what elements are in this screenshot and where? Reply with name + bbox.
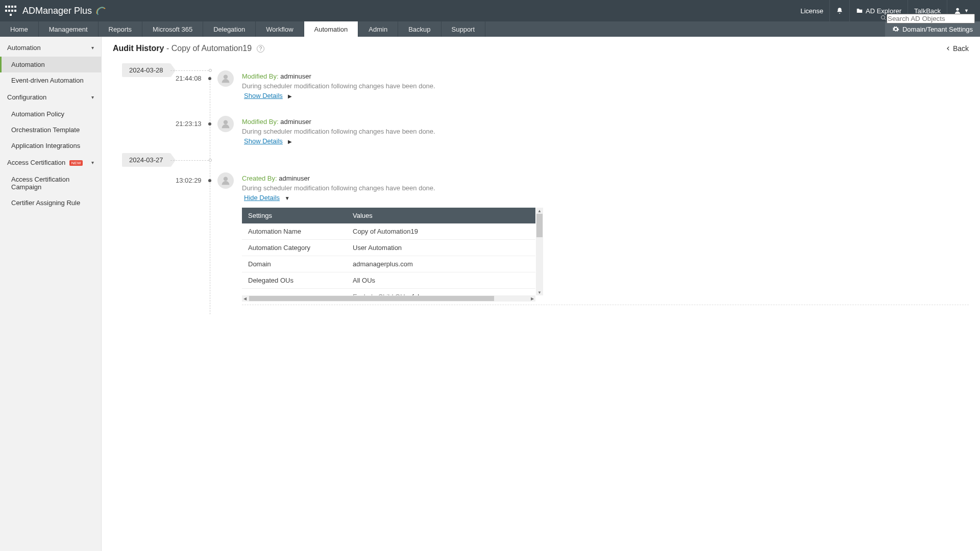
sidebar-item-application-integrations[interactable]: Application Integrations: [0, 138, 101, 154]
table-header-values: Values: [347, 208, 535, 223]
avatar-icon: [217, 70, 234, 87]
sidebar-item-event-driven[interactable]: Event-driven Automation: [0, 72, 101, 88]
content-area: Audit History - Copy of Automation19 ? B…: [102, 37, 980, 551]
scroll-up-arrow[interactable]: ▲: [536, 208, 543, 214]
logo-arc-icon: [95, 5, 107, 17]
table-row: Automation CategoryUser Automation: [242, 240, 535, 256]
chevron-down-icon: ▾: [91, 160, 94, 165]
table-header-settings: Settings: [242, 208, 347, 223]
sidebar-item-access-cert-campaign[interactable]: Access Certification Campaign: [0, 171, 101, 195]
tab-management[interactable]: Management: [39, 21, 99, 37]
sidebar-section-access-certification[interactable]: Access Certification NEW ▾: [0, 154, 101, 171]
audit-entry: 13:02:29 Created By: adminuser During sc…: [212, 165, 969, 314]
notifications-button[interactable]: [829, 0, 849, 21]
date-marker: 2024-03-28: [122, 63, 170, 77]
table-row: Domainadmanagerplus.com: [242, 256, 535, 272]
vertical-scrollbar[interactable]: ▲ ▼: [536, 208, 543, 295]
license-link[interactable]: License: [794, 0, 829, 21]
svg-point-5: [224, 177, 228, 181]
triangle-right-icon: ▶: [288, 139, 292, 144]
show-details-link[interactable]: Show Details: [244, 137, 283, 145]
sidebar-section-configuration[interactable]: Configuration ▾: [0, 88, 101, 106]
entry-time: 21:44:08: [176, 74, 202, 82]
table-row: Automation NameCopy of Automation19: [242, 223, 535, 240]
apps-grid-icon[interactable]: [5, 5, 16, 16]
chevron-left-icon: [946, 46, 951, 51]
sidebar-item-certifier-assigning-rule[interactable]: Certifier Assigning Rule: [0, 195, 101, 211]
audit-timeline: 2024-03-28 21:44:08 Modified By: adminus…: [113, 63, 969, 314]
sidebar-item-automation[interactable]: Automation: [0, 57, 101, 72]
chevron-down-icon: ▾: [91, 45, 94, 51]
svg-point-0: [956, 8, 959, 11]
scroll-thumb[interactable]: [536, 214, 543, 237]
details-panel: Settings Values Automation NameCopy of A…: [242, 208, 543, 302]
search-input[interactable]: [887, 14, 975, 23]
horizontal-scrollbar[interactable]: ◀ ▶: [242, 295, 535, 302]
sidebar-section-automation[interactable]: Automation ▾: [0, 39, 101, 57]
folder-icon: [856, 7, 863, 14]
svg-point-1: [881, 16, 885, 19]
show-details-link[interactable]: Show Details: [244, 92, 283, 99]
tab-reports[interactable]: Reports: [99, 21, 143, 37]
date-marker: 2024-03-27: [122, 153, 170, 167]
tab-workflow[interactable]: Workflow: [256, 21, 304, 37]
entry-description: During scheduler modification following …: [242, 184, 969, 192]
svg-point-4: [224, 120, 228, 124]
scroll-down-arrow[interactable]: ▼: [536, 289, 543, 295]
audit-entry: 21:23:13 Modified By: adminuser During s…: [212, 109, 969, 154]
primary-tabs: Home Management Reports Microsoft 365 De…: [0, 21, 980, 37]
avatar-icon: [217, 172, 234, 189]
scroll-thumb[interactable]: [249, 296, 494, 301]
search-icon: [880, 15, 887, 21]
domain-tenant-settings-button[interactable]: Domain/Tenant Settings: [885, 21, 980, 37]
entry-description: During scheduler modification following …: [242, 82, 969, 90]
entry-time: 21:23:13: [176, 120, 202, 128]
audit-entry: 21:44:08 Modified By: adminuser During s…: [212, 63, 969, 109]
bell-icon: [836, 7, 843, 14]
table-row: Exclude Child OUs: false: [242, 289, 535, 296]
top-header: ADManager Plus License AD Explorer TalkB…: [0, 0, 980, 21]
table-row: Delegated OUsAll OUs: [242, 272, 535, 289]
details-table: Settings Values Automation NameCopy of A…: [242, 208, 535, 295]
tab-microsoft365[interactable]: Microsoft 365: [142, 21, 203, 37]
svg-point-3: [224, 75, 228, 79]
chevron-down-icon: ▾: [91, 94, 94, 100]
gear-icon: [892, 26, 899, 33]
product-name: ADManager Plus: [22, 6, 92, 16]
triangle-right-icon: ▶: [288, 93, 292, 99]
tab-support[interactable]: Support: [442, 21, 486, 37]
sidebar-item-automation-policy[interactable]: Automation Policy: [0, 106, 101, 122]
new-badge: NEW: [69, 160, 83, 166]
scroll-right-arrow[interactable]: ▶: [529, 296, 535, 301]
entry-description: During scheduler modification following …: [242, 128, 969, 135]
product-logo[interactable]: ADManager Plus: [22, 5, 107, 17]
help-icon[interactable]: ?: [257, 45, 264, 53]
sidebar-item-orchestration-template[interactable]: Orchestration Template: [0, 122, 101, 138]
sidebar: Automation ▾ Automation Event-driven Aut…: [0, 37, 102, 551]
tab-automation[interactable]: Automation: [304, 21, 359, 37]
tab-backup[interactable]: Backup: [398, 21, 441, 37]
hide-details-link[interactable]: Hide Details: [244, 194, 280, 202]
page-title: Audit History - Copy of Automation19: [113, 44, 252, 53]
tab-delegation[interactable]: Delegation: [203, 21, 256, 37]
avatar-icon: [217, 116, 234, 132]
tab-admin[interactable]: Admin: [358, 21, 398, 37]
triangle-down-icon: ▼: [285, 195, 290, 201]
page-header: Audit History - Copy of Automation19 ? B…: [113, 44, 969, 53]
back-button[interactable]: Back: [946, 44, 969, 53]
svg-line-2: [885, 19, 886, 20]
tab-home[interactable]: Home: [0, 21, 39, 37]
scroll-left-arrow[interactable]: ◀: [242, 296, 248, 301]
entry-time: 13:02:29: [176, 177, 202, 184]
search-button[interactable]: [880, 15, 887, 22]
